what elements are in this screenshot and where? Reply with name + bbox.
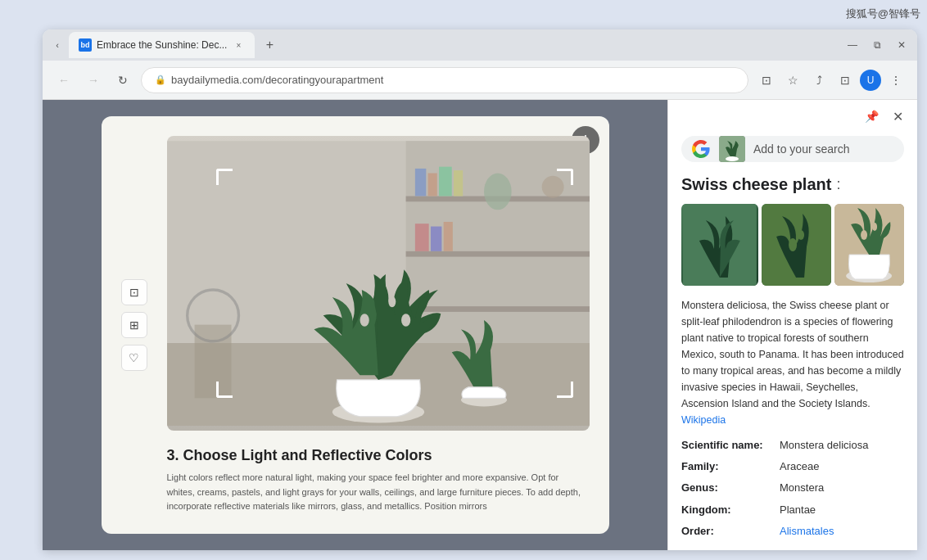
svg-rect-11 — [443, 222, 452, 251]
article-image — [167, 136, 590, 431]
family-value: Araceae — [780, 459, 819, 474]
kingdom-value: Plantae — [780, 503, 816, 517]
kp-fact-scientific-name: Scientific name: Monstera deliciosa — [681, 438, 904, 453]
grid-tool-button[interactable]: ⊞ — [121, 312, 147, 338]
wikipedia-link[interactable]: Wikipedia — [681, 414, 726, 426]
article-card: ⋮ ⊡ ⊞ ♡ — [102, 116, 609, 534]
kp-images-row — [681, 204, 904, 286]
svg-rect-5 — [414, 169, 425, 196]
pin-panel-button[interactable]: 📌 — [861, 106, 881, 126]
kingdom-label: Kingdom: — [681, 503, 780, 517]
tab-bar: ‹ bd Embrace the Sunshine: Dec... × + — … — [43, 29, 917, 61]
svg-point-26 — [789, 238, 797, 251]
browser-window: ‹ bd Embrace the Sunshine: Dec... × + — … — [43, 29, 917, 550]
tab-title: Embrace the Sunshine: Dec... — [97, 39, 227, 51]
kp-facts: Scientific name: Monstera deliciosa Fami… — [681, 438, 904, 539]
reload-button[interactable]: ↻ — [111, 69, 134, 92]
window-controls: — ⧉ ✕ — [843, 36, 911, 54]
order-label: Order: — [681, 524, 780, 539]
close-button[interactable]: ✕ — [893, 36, 911, 54]
kp-image-3[interactable] — [834, 204, 904, 286]
kp-more-button[interactable]: : — [836, 176, 840, 193]
svg-rect-7 — [439, 167, 452, 196]
side-panel: 📌 ✕ — [667, 100, 917, 550]
genus-value: Monstera — [780, 481, 824, 495]
scientific-name-value: Monstera deliciosa — [780, 438, 868, 453]
maximize-button[interactable]: ⧉ — [868, 36, 886, 54]
kp-title: Swiss cheese plant — [681, 175, 831, 194]
minimize-button[interactable]: — — [843, 36, 861, 54]
kp-description: Monstera deliciosa, the Swiss cheese pla… — [681, 297, 904, 428]
lock-icon: 🔒 — [155, 75, 166, 85]
svg-point-12 — [484, 174, 512, 210]
svg-point-19 — [388, 296, 396, 307]
url-text: baydailymedia.com/decoratingyourapartmen… — [171, 74, 383, 86]
bookmark-star-icon[interactable]: ☆ — [781, 69, 804, 92]
order-value[interactable]: Alismatales — [780, 524, 834, 539]
svg-rect-10 — [430, 227, 441, 251]
main-content: ⋮ ⊡ ⊞ ♡ — [43, 100, 917, 550]
kp-image-2[interactable] — [762, 204, 831, 286]
address-bar: ← → ↻ 🔒 baydailymedia.com/decoratingyour… — [43, 61, 917, 100]
webpage-area: ⋮ ⊡ ⊞ ♡ — [43, 100, 667, 550]
kp-image-1[interactable] — [681, 204, 758, 286]
tab-close-button[interactable]: × — [232, 38, 245, 52]
forward-button[interactable]: → — [82, 69, 105, 92]
plant-photo — [167, 136, 590, 431]
kp-title-row: Swiss cheese plant : — [681, 175, 904, 194]
menu-icon[interactable]: ⋮ — [884, 69, 907, 92]
svg-rect-15 — [194, 325, 231, 399]
svg-point-30 — [861, 230, 867, 240]
close-panel-button[interactable]: ✕ — [888, 106, 907, 126]
google-logo-icon — [691, 139, 711, 159]
room-scene-svg — [167, 136, 590, 431]
lens-search-bar[interactable]: Add to your search — [681, 136, 904, 162]
monstera-img-1-svg — [681, 204, 758, 286]
svg-rect-4 — [405, 306, 589, 312]
kp-fact-family: Family: Araceae — [681, 459, 904, 474]
tab-favicon: bd — [79, 38, 92, 52]
kp-fact-order: Order: Alismatales — [681, 524, 904, 539]
lens-search-text: Add to your search — [753, 142, 894, 156]
watermark: 搜狐号@智锋号 — [846, 7, 920, 21]
scientific-name-label: Scientific name: — [681, 438, 780, 453]
screenshot-icon[interactable]: ⊡ — [755, 69, 778, 92]
kp-fact-kingdom: Kingdom: Plantae — [681, 503, 904, 517]
heart-tool-button[interactable]: ♡ — [121, 345, 147, 371]
kp-fact-genus: Genus: Monstera — [681, 481, 904, 495]
url-bar[interactable]: 🔒 baydailymedia.com/decoratingyourapartm… — [141, 67, 748, 93]
lens-thumbnail-svg — [719, 136, 745, 162]
svg-point-13 — [541, 176, 563, 198]
profile-avatar[interactable]: U — [860, 70, 881, 91]
tab-scroll-left[interactable]: ‹ — [49, 37, 66, 53]
monstera-img-3-svg — [834, 204, 904, 286]
genus-label: Genus: — [681, 481, 780, 495]
knowledge-panel: Swiss cheese plant : — [668, 175, 917, 550]
lens-thumbnail-image — [719, 136, 745, 162]
svg-point-23 — [726, 156, 739, 161]
toolbar-icons: ⊡ ☆ ⤴ ⊡ U ⋮ — [755, 69, 907, 92]
monstera-img-2-svg — [762, 204, 831, 286]
panel-header: 📌 ✕ — [668, 100, 917, 133]
share-icon[interactable]: ⤴ — [807, 69, 830, 92]
bookmark-tool-button[interactable]: ⊡ — [121, 279, 147, 305]
svg-rect-3 — [405, 251, 589, 257]
article-heading: 3. Choose Light and Reflective Colors — [167, 447, 590, 464]
svg-rect-8 — [453, 170, 462, 196]
family-label: Family: — [681, 459, 780, 474]
svg-rect-6 — [427, 174, 436, 196]
article-tools: ⊡ ⊞ ♡ — [121, 279, 147, 371]
article-text-section: 3. Choose Light and Reflective Colors Li… — [167, 444, 590, 514]
active-tab[interactable]: bd Embrace the Sunshine: Dec... × — [69, 32, 255, 58]
article-body: Light colors reflect more natural light,… — [167, 471, 590, 514]
back-button[interactable]: ← — [52, 69, 75, 92]
camera-icon[interactable]: ⊡ — [834, 69, 857, 92]
svg-point-20 — [401, 314, 410, 327]
svg-point-27 — [798, 230, 804, 240]
svg-rect-9 — [414, 224, 428, 251]
svg-point-31 — [872, 223, 877, 231]
new-tab-button[interactable]: + — [258, 34, 281, 56]
svg-point-18 — [359, 314, 369, 327]
